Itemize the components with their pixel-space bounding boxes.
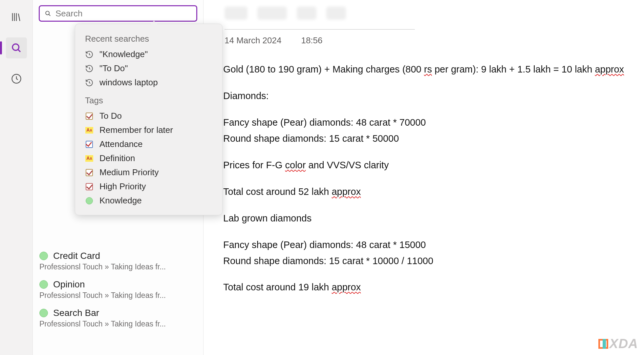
body-line: Fancy shape (Pear) diamonds: 48 carat * … bbox=[223, 115, 624, 130]
tag-item[interactable]: To Do bbox=[75, 109, 222, 123]
recent-search-item[interactable]: "To Do" bbox=[75, 61, 222, 75]
tag-label: Medium Priority bbox=[99, 167, 159, 178]
recent-search-item[interactable]: windows laptop bbox=[75, 75, 222, 90]
history-icon bbox=[85, 50, 94, 59]
tag-label: Remember for later bbox=[99, 125, 173, 135]
list-item[interactable]: Search Bar Professionsl Touch » Taking I… bbox=[33, 304, 203, 333]
tag-label: High Priority bbox=[99, 181, 146, 192]
green-dot-icon bbox=[85, 197, 94, 205]
history-icon bbox=[85, 78, 94, 87]
tag-item[interactable]: AARemember for later bbox=[75, 123, 222, 137]
checkbox-icon bbox=[85, 168, 94, 177]
tag-item[interactable]: High Priority bbox=[75, 179, 222, 194]
tag-item[interactable]: Knowledge bbox=[75, 194, 222, 208]
list-item[interactable]: Opinion Professionsl Touch » Taking Idea… bbox=[33, 276, 203, 304]
recent-search-label: "Knowledge" bbox=[99, 49, 148, 59]
search-button[interactable] bbox=[6, 37, 27, 58]
tag-item[interactable]: AADefinition bbox=[75, 151, 222, 165]
note-meta: 14 March 2024 18:56 bbox=[223, 30, 624, 62]
body-line: Total cost around 52 lakh approx bbox=[223, 184, 624, 199]
highlight-icon: AA bbox=[85, 154, 94, 163]
tag-label: To Do bbox=[99, 111, 122, 121]
tag-label: Knowledge bbox=[99, 196, 142, 206]
recent-button[interactable] bbox=[6, 68, 27, 89]
note-title-area[interactable] bbox=[225, 7, 415, 30]
tag-dot-icon bbox=[39, 280, 48, 289]
note-path: Professionsl Touch » Taking Ideas fr... bbox=[39, 318, 197, 328]
checkbox-icon bbox=[85, 182, 94, 191]
recent-searches-heading: Recent searches bbox=[75, 31, 222, 47]
watermark: XDA bbox=[598, 336, 638, 351]
xda-logo-icon bbox=[598, 339, 608, 349]
search-icon bbox=[11, 42, 22, 54]
books-icon bbox=[11, 11, 22, 23]
checkbox-icon bbox=[85, 112, 94, 120]
body-line: Lab grown diamonds bbox=[223, 211, 624, 226]
library-button[interactable] bbox=[6, 7, 27, 28]
list-item[interactable]: Credit Card Professionsl Touch » Taking … bbox=[33, 247, 203, 276]
body-line: Diamonds: bbox=[223, 89, 624, 103]
note-title: Credit Card bbox=[53, 251, 100, 261]
nav-rail bbox=[0, 0, 33, 355]
tag-label: Definition bbox=[99, 153, 135, 163]
notes-list-column: Credit Card Professionsl Touch » Taking … bbox=[33, 0, 204, 355]
tag-label: Attendance bbox=[99, 139, 143, 149]
tag-item[interactable]: Attendance bbox=[75, 137, 222, 151]
body-line: Gold (180 to 190 gram) + Making charges … bbox=[223, 62, 624, 77]
attendance-icon bbox=[85, 140, 94, 149]
highlight-icon: AA bbox=[85, 126, 94, 135]
body-line: Round shape diamonds: 15 carat * 50000 bbox=[223, 131, 624, 146]
note-date: 14 March 2024 bbox=[225, 35, 281, 46]
clock-icon bbox=[11, 73, 22, 85]
tag-dot-icon bbox=[39, 309, 48, 317]
recent-search-item[interactable]: "Knowledge" bbox=[75, 47, 222, 61]
body-line: Round shape diamonds: 15 carat * 10000 /… bbox=[223, 254, 624, 268]
search-dropdown: Recent searches "Knowledge" "To Do" wind… bbox=[75, 24, 223, 215]
note-body[interactable]: Gold (180 to 190 gram) + Making charges … bbox=[223, 62, 624, 295]
tag-dot-icon bbox=[39, 252, 48, 260]
tags-heading: Tags bbox=[75, 90, 222, 109]
search-field-wrapper[interactable] bbox=[39, 5, 197, 22]
note-title: Search Bar bbox=[53, 308, 99, 318]
body-line: Fancy shape (Pear) diamonds: 48 carat * … bbox=[223, 238, 624, 252]
note-path: Professionsl Touch » Taking Ideas fr... bbox=[39, 290, 197, 300]
note-path: Professionsl Touch » Taking Ideas fr... bbox=[39, 261, 197, 271]
tag-item[interactable]: Medium Priority bbox=[75, 165, 222, 179]
svg-point-2 bbox=[46, 11, 49, 15]
note-title: Opinion bbox=[53, 279, 85, 290]
recent-search-label: windows laptop bbox=[99, 77, 158, 88]
recent-search-label: "To Do" bbox=[99, 63, 128, 73]
history-icon bbox=[85, 64, 94, 73]
body-line: Total cost around 19 lakh approx bbox=[223, 280, 624, 295]
search-icon bbox=[44, 10, 52, 17]
note-time: 18:56 bbox=[301, 35, 322, 46]
search-input[interactable] bbox=[55, 9, 192, 19]
note-content-pane: 14 March 2024 18:56 Gold (180 to 190 gra… bbox=[204, 0, 644, 355]
body-line: Prices for F-G color and VVS/VS clarity bbox=[223, 158, 624, 173]
